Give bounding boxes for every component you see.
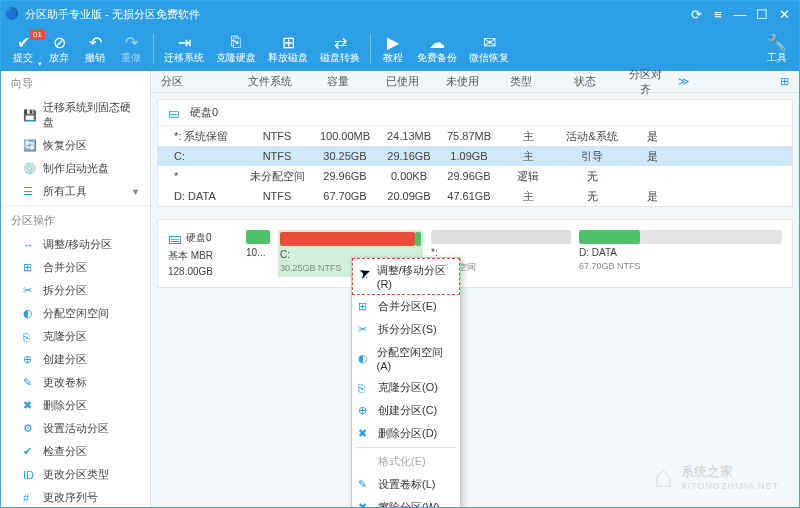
- table-row[interactable]: * 未分配空间 29.96GB 0.00KB 29.96GB 逻辑 无: [158, 166, 792, 186]
- clone-button[interactable]: ⎘克隆硬盘: [210, 31, 262, 67]
- convert-button[interactable]: ⇄磁盘转换: [314, 31, 366, 67]
- discard-button[interactable]: ⊘放弃: [41, 31, 77, 67]
- ctx-item[interactable]: ✂ 拆分分区(S): [352, 318, 460, 341]
- sidebar-wizard-item[interactable]: 🔄恢复分区: [1, 134, 150, 157]
- partition-reserved[interactable]: 10...: [246, 230, 270, 277]
- migrate-button[interactable]: ⇥迁移系统: [158, 31, 210, 67]
- stop-icon: ⊘: [53, 33, 66, 51]
- ctx-item[interactable]: ⊞ 合并分区(E): [352, 295, 460, 318]
- maximize-icon[interactable]: ☐: [751, 3, 773, 25]
- app-logo-icon: 🔵: [5, 7, 19, 21]
- sidebar-icon: ◐: [23, 307, 37, 320]
- sidebar-icon: ✎: [23, 376, 37, 389]
- sidebar-icon: ↔: [23, 239, 37, 251]
- ctx-item[interactable]: ⎘ 克隆分区(O): [352, 376, 460, 399]
- sidebar-op-item[interactable]: ◐分配空闲空间: [1, 302, 150, 325]
- tutorial-button[interactable]: ▶教程: [375, 31, 411, 67]
- disk-icon: 🖴 硬盘0: [168, 230, 238, 246]
- sidebar-op-item[interactable]: ⎘克隆分区: [1, 325, 150, 348]
- more-cols-icon[interactable]: ≫: [670, 75, 694, 88]
- ssd-icon: ⇥: [178, 33, 191, 51]
- sidebar-icon: ⚙: [23, 422, 37, 435]
- titlebar: 🔵 分区助手专业版 - 无损分区免费软件 ⟳ ≡ — ☐ ✕: [1, 1, 799, 27]
- sidebar-wizard-item[interactable]: 💿制作启动光盘: [1, 157, 150, 180]
- ctx-item[interactable]: ◐ 分配空闲空间(A): [352, 341, 460, 376]
- content: 分区 文件系统 容量 已使用 未使用 类型 状态 分区对齐 ≫ ⊞ 🖴 硬盘0 …: [151, 71, 799, 507]
- backup-button[interactable]: ☁免费备份: [411, 31, 463, 67]
- sidebar-icon: ⊕: [23, 353, 37, 366]
- sidebar-icon: ✂: [23, 284, 37, 297]
- sidebar-op-item[interactable]: ⊞合并分区: [1, 256, 150, 279]
- sidebar-op-item[interactable]: ↔调整/移动分区: [1, 233, 150, 256]
- ctx-icon: ✖: [358, 427, 374, 440]
- ctx-item[interactable]: 格式化(E): [352, 450, 460, 473]
- ctx-item[interactable]: ✎ 设置卷标(L): [352, 473, 460, 496]
- ctx-icon: ⊞: [358, 300, 374, 313]
- sidebar-icon: ID: [23, 469, 37, 481]
- sidebar-icon: 🔄: [23, 139, 37, 152]
- sidebar-icon: ☰: [23, 185, 37, 198]
- sidebar-icon: 💿: [23, 162, 37, 175]
- submit-button[interactable]: ✔ 提交 01 ▾: [5, 31, 41, 67]
- sidebar-ops-head: 分区操作: [1, 208, 150, 233]
- column-headers: 分区 文件系统 容量 已使用 未使用 类型 状态 分区对齐 ≫ ⊞: [151, 71, 799, 93]
- undo-button[interactable]: ↶撤销: [77, 31, 113, 67]
- redo-icon: ↷: [125, 33, 138, 51]
- redo-button[interactable]: ↷重做: [113, 31, 149, 67]
- sidebar-op-item[interactable]: ✎更改卷标: [1, 371, 150, 394]
- disk-info-box[interactable]: 🖴 硬盘0 基本 MBR 128.00GB: [168, 230, 238, 277]
- ctx-icon: ✎: [358, 478, 374, 491]
- sidebar-op-item[interactable]: ID更改分区类型: [1, 463, 150, 486]
- ctx-item[interactable]: ⊕ 创建分区(C): [352, 399, 460, 422]
- release-icon: ⊞: [282, 33, 295, 51]
- table-row[interactable]: D: DATA NTFS 67.70GB 20.09GB 47.61GB 主 无…: [158, 186, 792, 206]
- sidebar-wizard-head: 向导: [1, 71, 150, 96]
- house-icon: ⌂: [653, 458, 672, 495]
- sidebar-icon: ⎘: [23, 331, 37, 343]
- refresh-icon[interactable]: ⟳: [685, 3, 707, 25]
- ctx-item[interactable]: ✖ 删除分区(D): [352, 422, 460, 445]
- tools-button[interactable]: 🔧工具: [759, 31, 795, 67]
- ctx-icon: ✖: [358, 501, 374, 508]
- convert-icon: ⇄: [334, 33, 347, 51]
- toolbar: ✔ 提交 01 ▾ ⊘放弃 ↶撤销 ↷重做 ⇥迁移系统 ⎘克隆硬盘 ⊞释放磁盘 …: [1, 27, 799, 71]
- watermark: ⌂ 系统之家 XITONGZHIJIA.NET: [653, 458, 779, 495]
- ctx-icon: ◐: [358, 352, 373, 365]
- view-icon[interactable]: ⊞: [776, 75, 799, 88]
- sidebar-icon: 💾: [23, 109, 37, 122]
- sidebar-wizard-item[interactable]: 💾迁移系统到固态硬盘: [1, 96, 150, 134]
- minimize-icon[interactable]: —: [729, 3, 751, 25]
- clone-icon: ⎘: [231, 33, 241, 51]
- sidebar-op-item[interactable]: ✂拆分分区: [1, 279, 150, 302]
- undo-icon: ↶: [89, 33, 102, 51]
- check-icon: ✔: [17, 33, 30, 51]
- ctx-item[interactable]: ↔ 调整/移动分区(R): [352, 258, 460, 295]
- table-row[interactable]: *: 系统保留 NTFS 100.00MB 24.13MB 75.87MB 主 …: [158, 126, 792, 146]
- sidebar-op-item[interactable]: ⊕创建分区: [1, 348, 150, 371]
- sidebar-icon: #: [23, 492, 37, 504]
- wechat-button[interactable]: ✉微信恢复: [463, 31, 515, 67]
- wechat-icon: ✉: [483, 33, 496, 51]
- table-row[interactable]: C: NTFS 30.25GB 29.16GB 1.09GB 主 引导 是: [158, 146, 792, 166]
- sidebar-icon: ⊞: [23, 261, 37, 274]
- disk-visualization: 🖴 硬盘0 基本 MBR 128.00GB 10... C: 30.25GB N…: [157, 219, 793, 288]
- sidebar-op-item[interactable]: ✔检查分区: [1, 440, 150, 463]
- sidebar-op-item[interactable]: ⚙设置活动分区: [1, 417, 150, 440]
- sidebar-icon: ✖: [23, 399, 37, 412]
- dealloc-button[interactable]: ⊞释放磁盘: [262, 31, 314, 67]
- ctx-item[interactable]: ✖ 擦除分区(W): [352, 496, 460, 508]
- separator: [153, 34, 154, 64]
- ctx-icon: ⊕: [358, 404, 374, 417]
- disk-icon: 🖴: [168, 107, 184, 119]
- play-icon: ▶: [387, 33, 399, 51]
- menu-icon[interactable]: ≡: [707, 3, 729, 25]
- sidebar-op-item[interactable]: ✖删除分区: [1, 394, 150, 417]
- ctx-icon: ⎘: [358, 382, 374, 394]
- close-icon[interactable]: ✕: [773, 3, 795, 25]
- sidebar-wizard-item[interactable]: ☰所有工具▼: [1, 180, 150, 203]
- sidebar-op-item[interactable]: #更改序列号: [1, 486, 150, 507]
- ctx-icon: ✂: [358, 323, 374, 336]
- disk-title[interactable]: 🖴 硬盘0: [158, 100, 792, 126]
- partition-d[interactable]: D: DATA 67.70GB NTFS: [579, 230, 782, 277]
- sidebar: 向导 💾迁移系统到固态硬盘🔄恢复分区💿制作启动光盘☰所有工具▼ 分区操作 ↔调整…: [1, 71, 151, 507]
